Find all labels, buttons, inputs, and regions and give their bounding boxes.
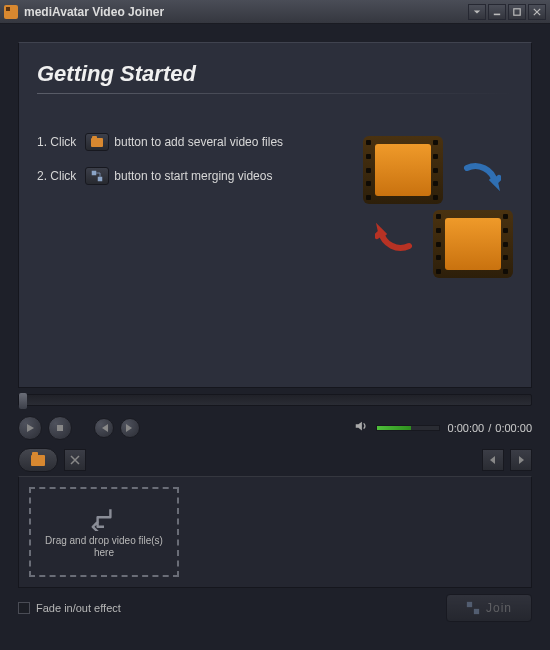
merge-icon — [85, 167, 109, 185]
preview-panel: Getting Started 1. Click button to add s… — [18, 42, 532, 388]
window-title: mediAvatar Video Joiner — [24, 5, 466, 19]
divider — [37, 93, 513, 94]
next-button[interactable] — [120, 418, 140, 438]
getting-started-heading: Getting Started — [37, 61, 513, 87]
nav-left-button[interactable] — [482, 449, 504, 471]
time-sep: / — [488, 422, 491, 434]
film-icon — [363, 136, 443, 204]
getting-started-steps: 1. Click button to add several video fil… — [37, 132, 363, 282]
player-controls: 0:00:00 / 0:00:00 — [18, 416, 532, 440]
svg-rect-1 — [514, 8, 520, 14]
svg-rect-6 — [474, 609, 479, 614]
add-files-button[interactable] — [18, 448, 58, 472]
svg-rect-3 — [98, 177, 103, 182]
bottom-bar: Fade in/out effect Join — [18, 594, 532, 622]
close-button[interactable] — [528, 4, 546, 20]
step-2: 2. Click button to start merging videos — [37, 166, 363, 186]
join-icon — [466, 601, 480, 615]
svg-rect-5 — [467, 602, 472, 607]
svg-rect-2 — [92, 171, 97, 176]
list-toolbar — [18, 448, 532, 472]
dropzone-text: Drag and drop video file(s) here — [31, 535, 177, 559]
volume-fill — [377, 426, 411, 430]
arrow-red-icon — [375, 214, 415, 254]
title-bar: mediAvatar Video Joiner — [0, 0, 550, 24]
step-1: 1. Click button to add several video fil… — [37, 132, 363, 152]
join-button[interactable]: Join — [446, 594, 532, 622]
drop-arrow-icon — [88, 505, 120, 531]
nav-right-button[interactable] — [510, 449, 532, 471]
seek-bar[interactable] — [18, 394, 532, 406]
stop-button[interactable] — [48, 416, 72, 440]
svg-rect-0 — [494, 13, 500, 15]
dropzone[interactable]: Drag and drop video file(s) here — [29, 487, 179, 577]
illustration — [363, 132, 513, 282]
play-button[interactable] — [18, 416, 42, 440]
maximize-button[interactable] — [508, 4, 526, 20]
time-current: 0:00:00 — [448, 422, 485, 434]
minimize-button[interactable] — [488, 4, 506, 20]
svg-rect-4 — [57, 425, 63, 431]
remove-button[interactable] — [64, 449, 86, 471]
fade-label: Fade in/out effect — [36, 602, 121, 614]
dropdown-button[interactable] — [468, 4, 486, 20]
time-total: 0:00:00 — [495, 422, 532, 434]
seek-thumb[interactable] — [19, 393, 27, 409]
film-icon — [433, 210, 513, 278]
fade-checkbox[interactable] — [18, 602, 30, 614]
arrow-blue-icon — [461, 160, 501, 200]
volume-icon[interactable] — [354, 419, 368, 437]
volume-slider[interactable] — [376, 425, 440, 431]
file-list[interactable]: Drag and drop video file(s) here — [18, 476, 532, 588]
add-files-icon — [85, 133, 109, 151]
prev-button[interactable] — [94, 418, 114, 438]
app-icon — [4, 5, 18, 19]
